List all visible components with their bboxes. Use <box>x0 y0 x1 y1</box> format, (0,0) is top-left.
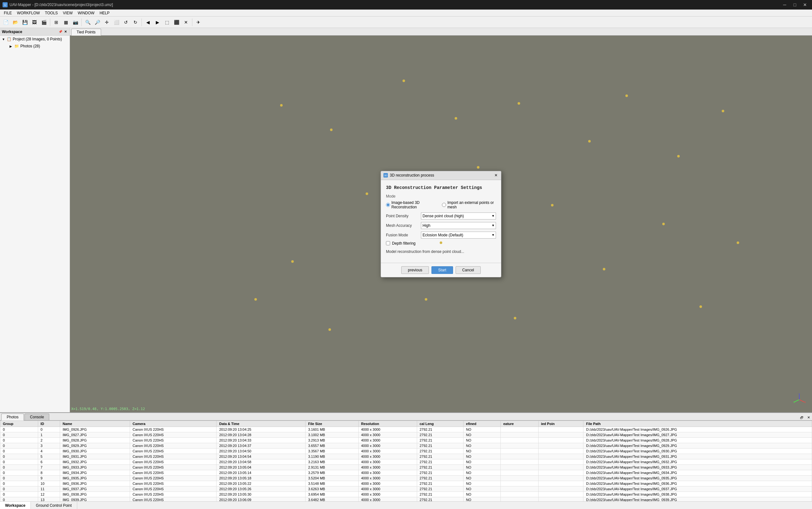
col-refined[interactable]: efined <box>463 421 501 427</box>
tree-photos-arrow[interactable]: ▶ <box>9 44 14 48</box>
table-cell: 2012:09:20 13:04:33 <box>217 438 305 443</box>
cancel-button[interactable]: Cancel <box>455 266 481 274</box>
box2-button[interactable]: ⬛ <box>172 18 181 27</box>
mesh-accuracy-select[interactable]: High Medium Low <box>421 222 496 229</box>
map-area[interactable]: X=1.519/0.48, Y:1.0005.2503, Z=1.12 X Y … <box>70 36 812 412</box>
previous-button[interactable]: previous <box>401 266 429 274</box>
tree-project-arrow[interactable]: ▼ <box>2 38 6 41</box>
menu-tools[interactable]: TOOLS <box>42 10 60 16</box>
drone-button[interactable]: ✈ <box>194 18 203 27</box>
camera-button[interactable]: 📷 <box>71 18 80 27</box>
table-row[interactable]: 08IMG_0934.JPGCanon IXUS 220HS2012:09:20… <box>0 470 812 476</box>
box1-button[interactable]: ⬚ <box>162 18 171 27</box>
radio-image-based-input[interactable] <box>386 203 390 207</box>
sidebar-pin-button[interactable]: 📌 <box>58 30 63 34</box>
panel-close-button[interactable]: ✕ <box>805 415 812 420</box>
svg-text:X: X <box>804 401 806 403</box>
table-row[interactable]: 011IMG_0937.JPGCanon IXUS 220HS2012:09:2… <box>0 486 812 492</box>
menu-file[interactable]: FILE <box>1 10 14 16</box>
tree-photos-item[interactable]: ▶ 📁 Photos (28) <box>0 43 70 49</box>
table-cell <box>501 448 538 454</box>
col-tied[interactable]: ied Poin <box>538 421 583 427</box>
start-button[interactable]: Start <box>432 266 453 274</box>
tree-project-item[interactable]: ▼ 📋 Project (28 Images, 0 Points) <box>0 36 70 43</box>
statusbar-tab-workspace[interactable]: Workspace <box>0 502 31 509</box>
col-camera[interactable]: Camera <box>130 421 217 427</box>
radio-import-external[interactable]: Import an external points or mesh <box>442 200 496 209</box>
table-cell: 3.3567 MB <box>305 448 359 454</box>
import-image-button[interactable]: 🖼 <box>30 18 39 27</box>
col-id[interactable]: ID <box>38 421 60 427</box>
col-cal[interactable]: cal Leng <box>417 421 463 427</box>
photos-icon: 📁 <box>14 43 19 49</box>
table-view-button[interactable]: ⊞ <box>52 18 61 27</box>
table-row[interactable]: 03IMG_0929.JPGCanon IXUS 220HS2012:09:20… <box>0 443 812 448</box>
select-button[interactable]: ⬜ <box>112 18 121 27</box>
col-filepath[interactable]: File Path <box>583 421 812 427</box>
fusion-mode-select[interactable]: Eclosion Mode (Default) Standard Mode <box>421 232 496 239</box>
table-row[interactable]: 05IMG_0931.JPGCanon IXUS 220HS2012:09:20… <box>0 454 812 460</box>
table-cell: 0 <box>0 497 38 502</box>
new-button[interactable]: 📄 <box>1 18 10 27</box>
table-row[interactable]: 012IMG_0938.JPGCanon IXUS 220HS2012:09:2… <box>0 492 812 497</box>
table-row[interactable]: 01IMG_0927.JPGCanon IXUS 220HS2012:09:20… <box>0 432 812 438</box>
save-button[interactable]: 💾 <box>20 18 29 27</box>
table-row[interactable]: 06IMG_0932.JPGCanon IXUS 220HS2012:09:20… <box>0 460 812 465</box>
radio-import-external-input[interactable] <box>442 203 446 207</box>
col-group[interactable]: Group <box>0 421 38 427</box>
col-feature[interactable]: eature <box>501 421 538 427</box>
menu-window[interactable]: WINDOW <box>75 10 97 16</box>
table-cell <box>501 470 538 476</box>
tab-tied-points[interactable]: Tied Points <box>71 29 101 36</box>
sidebar-close-button[interactable]: ✕ <box>63 30 68 34</box>
close-button[interactable]: ✕ <box>801 2 809 8</box>
photos-table: Group ID Name Camera Data & Time File Si… <box>0 420 812 501</box>
minimize-button[interactable]: ─ <box>780 2 789 8</box>
menu-help[interactable]: HELP <box>97 10 112 16</box>
menu-workflow[interactable]: WORKFLOW <box>14 10 42 16</box>
statusbar-tab-gcp[interactable]: Ground Control Point <box>31 502 77 509</box>
table-row[interactable]: 07IMG_0933.JPGCanon IXUS 220HS2012:09:20… <box>0 465 812 470</box>
table-cell: NO <box>463 427 501 432</box>
open-button[interactable]: 📂 <box>11 18 20 27</box>
next-button[interactable]: ▶ <box>153 18 162 27</box>
menu-view[interactable]: VIEW <box>61 10 75 16</box>
import-video-button[interactable]: 🎬 <box>39 18 48 27</box>
point-density-select[interactable]: Dense point cloud (high) Dense point clo… <box>421 212 496 219</box>
rotate-button[interactable]: ↺ <box>121 18 131 27</box>
stop-button[interactable]: ✕ <box>182 18 190 27</box>
refresh-button[interactable]: ↻ <box>131 18 140 27</box>
photos-table-container[interactable]: Group ID Name Camera Data & Time File Si… <box>0 420 812 501</box>
col-datetime[interactable]: Data & Time <box>217 421 305 427</box>
grid-view-button[interactable]: ▦ <box>61 18 70 27</box>
tab-photos[interactable]: Photos <box>1 413 24 420</box>
table-row[interactable]: 09IMG_0935.JPGCanon IXUS 220HS2012:09:20… <box>0 476 812 481</box>
prev-button[interactable]: ◀ <box>143 18 152 27</box>
zoom-in-button[interactable]: 🔍 <box>83 18 92 27</box>
modal-overlay: 3D 3D reconstruction process ✕ 3D Recons… <box>70 36 812 412</box>
tab-console[interactable]: Console <box>25 413 49 420</box>
mesh-accuracy-label: Mesh Accuracy <box>386 223 421 228</box>
table-row[interactable]: 04IMG_0930.JPGCanon IXUS 220HS2012:09:20… <box>0 448 812 454</box>
sidebar-header-buttons: 📌 ✕ <box>58 30 68 34</box>
table-row[interactable]: 010IMG_0936.JPGCanon IXUS 220HS2012:09:2… <box>0 481 812 486</box>
table-cell <box>538 448 583 454</box>
panel-resize-button[interactable]: 🗗 <box>798 415 805 420</box>
table-row[interactable]: 013IMG_0939.JPGCanon IXUS 220HS2012:09:2… <box>0 497 812 502</box>
modal-close-button[interactable]: ✕ <box>493 173 499 178</box>
col-filesize[interactable]: File Size <box>305 421 359 427</box>
table-row[interactable]: 02IMG_0928.JPGCanon IXUS 220HS2012:09:20… <box>0 438 812 443</box>
zoom-out-button[interactable]: 🔎 <box>93 18 102 27</box>
depth-filtering-checkbox[interactable] <box>386 241 390 245</box>
app-icon: U <box>3 2 8 7</box>
col-name[interactable]: Name <box>60 421 130 427</box>
table-cell: D:/zkb/2023/uav/UAV-Mapper/Test Images/I… <box>583 492 812 497</box>
modal-info-text: Model reconstruction from dense point cl… <box>386 248 496 255</box>
table-cell: 3.2579 MB <box>305 470 359 476</box>
maximize-button[interactable]: □ <box>790 2 799 8</box>
map-point <box>280 104 283 107</box>
move-button[interactable]: ✛ <box>102 18 111 27</box>
table-row[interactable]: 00IMG_0926.JPGCanon IXUS 220HS2012:09:20… <box>0 427 812 432</box>
col-resolution[interactable]: Resolution <box>358 421 417 427</box>
radio-image-based[interactable]: Image-based 3D Reconstruction <box>386 200 438 209</box>
